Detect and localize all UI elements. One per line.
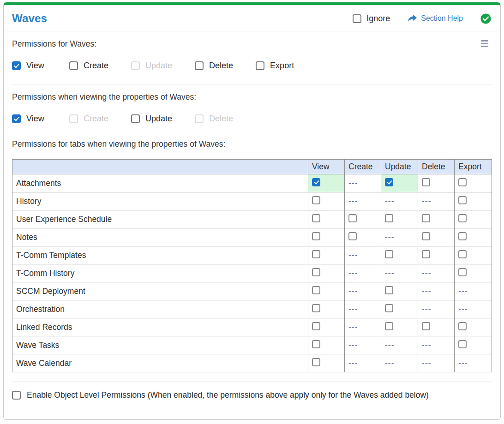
delete-checkbox[interactable] bbox=[422, 322, 430, 330]
cell-export bbox=[455, 192, 492, 210]
not-applicable-marker: --- bbox=[348, 269, 358, 278]
view-checkbox[interactable] bbox=[12, 61, 21, 70]
cell-delete bbox=[418, 210, 455, 228]
tab-name: T-Comm History bbox=[12, 264, 308, 282]
update-checkbox[interactable] bbox=[385, 322, 393, 330]
cell-update: --- bbox=[381, 192, 418, 210]
export-checkbox[interactable] bbox=[458, 340, 467, 348]
view-checkbox[interactable] bbox=[312, 250, 320, 258]
export-checkbox[interactable] bbox=[458, 214, 467, 222]
cell-create: --- bbox=[345, 318, 381, 336]
view-checkbox[interactable] bbox=[312, 286, 320, 294]
view-checkbox[interactable] bbox=[312, 340, 320, 348]
update-checkbox[interactable] bbox=[385, 286, 393, 294]
column-header-view: View bbox=[308, 160, 345, 174]
not-applicable-marker: --- bbox=[458, 305, 468, 314]
update-checkbox[interactable] bbox=[385, 214, 393, 222]
column-header-create: Create bbox=[345, 160, 381, 174]
export-checkbox[interactable] bbox=[256, 61, 264, 70]
table-row: User Experience Schedule bbox=[12, 210, 492, 228]
export-checkbox[interactable] bbox=[458, 250, 467, 258]
cell-view bbox=[308, 174, 345, 192]
enable-object-level-permissions-label: Enable Object Level Permissions (When en… bbox=[27, 390, 429, 400]
permission-export[interactable]: Export bbox=[256, 61, 294, 71]
cell-update: --- bbox=[381, 228, 418, 246]
table-row: T-Comm Templates--- bbox=[12, 246, 492, 264]
cell-delete bbox=[418, 246, 455, 264]
cell-create: --- bbox=[345, 174, 381, 192]
create-checkbox[interactable] bbox=[348, 232, 357, 240]
create-checkbox[interactable] bbox=[348, 214, 357, 222]
cell-update: --- bbox=[381, 354, 418, 372]
section-label-tabs: Permissions for tabs when viewing the pr… bbox=[12, 139, 225, 149]
cell-create: --- bbox=[345, 282, 381, 300]
delete-checkbox[interactable] bbox=[422, 232, 430, 240]
table-header-blank bbox=[12, 160, 308, 174]
table-row: Notes--- bbox=[12, 228, 492, 246]
update-checkbox[interactable] bbox=[385, 304, 393, 312]
checkbox-label: Delete bbox=[209, 114, 233, 124]
delete-checkbox[interactable] bbox=[195, 61, 204, 70]
checkbox-label: Export bbox=[270, 61, 294, 71]
export-checkbox[interactable] bbox=[458, 268, 467, 276]
divider bbox=[12, 84, 492, 84]
checkbox-label: View bbox=[26, 61, 47, 71]
ignore-checkbox[interactable] bbox=[353, 14, 361, 23]
cell-delete: --- bbox=[418, 336, 455, 354]
not-applicable-marker: --- bbox=[458, 287, 468, 296]
view-checkbox[interactable] bbox=[312, 196, 320, 204]
cell-update bbox=[381, 174, 418, 192]
update-checkbox[interactable] bbox=[385, 250, 393, 258]
permission-view[interactable]: View bbox=[12, 61, 47, 71]
view-checkbox[interactable] bbox=[312, 322, 320, 330]
view-checkbox[interactable] bbox=[312, 268, 320, 276]
cell-view bbox=[308, 228, 345, 246]
page-title: Waves bbox=[12, 12, 47, 25]
delete-checkbox[interactable] bbox=[422, 250, 430, 258]
permission-create: Create bbox=[69, 114, 108, 124]
permission-view[interactable]: View bbox=[12, 114, 47, 124]
cell-create: --- bbox=[345, 246, 381, 264]
properties-permission-checkbox-row: ViewCreateUpdateDelete bbox=[12, 114, 492, 124]
cell-delete: --- bbox=[418, 264, 455, 282]
cell-delete: --- bbox=[418, 192, 455, 210]
cell-update bbox=[381, 246, 418, 264]
object-level-permissions-control[interactable]: Enable Object Level Permissions (When en… bbox=[12, 390, 492, 400]
cell-export bbox=[455, 246, 492, 264]
delete-checkbox[interactable] bbox=[422, 178, 430, 186]
view-checkbox[interactable] bbox=[312, 214, 320, 222]
permission-create[interactable]: Create bbox=[69, 61, 108, 71]
update-checkbox bbox=[131, 61, 140, 70]
view-checkbox[interactable] bbox=[312, 232, 320, 240]
enable-object-level-permissions-checkbox[interactable] bbox=[12, 391, 21, 400]
cell-view bbox=[308, 354, 345, 372]
export-checkbox[interactable] bbox=[458, 232, 467, 240]
update-checkbox[interactable] bbox=[385, 178, 393, 186]
not-applicable-marker: --- bbox=[422, 305, 431, 314]
cell-delete: --- bbox=[418, 354, 455, 372]
export-checkbox[interactable] bbox=[458, 196, 467, 204]
section-help-label: Section Help bbox=[421, 14, 463, 23]
create-checkbox[interactable] bbox=[69, 61, 78, 70]
not-applicable-marker: --- bbox=[348, 197, 358, 206]
view-checkbox[interactable] bbox=[312, 358, 320, 366]
view-checkbox[interactable] bbox=[312, 304, 320, 312]
view-checkbox[interactable] bbox=[312, 178, 320, 186]
hamburger-menu-icon[interactable] bbox=[480, 39, 489, 48]
not-applicable-marker: --- bbox=[458, 358, 468, 368]
ignore-label: Ignore bbox=[366, 14, 390, 24]
export-checkbox[interactable] bbox=[458, 322, 467, 330]
view-checkbox[interactable] bbox=[12, 114, 21, 123]
permission-delete[interactable]: Delete bbox=[195, 61, 233, 71]
section-help-link[interactable]: Section Help bbox=[408, 14, 463, 23]
permission-update[interactable]: Update bbox=[131, 114, 172, 124]
not-applicable-marker: --- bbox=[385, 340, 394, 350]
delete-checkbox bbox=[195, 114, 204, 123]
cell-create: --- bbox=[345, 354, 381, 372]
cell-update bbox=[381, 282, 418, 300]
update-checkbox[interactable] bbox=[131, 114, 140, 123]
ignore-control[interactable]: Ignore bbox=[353, 14, 390, 24]
delete-checkbox[interactable] bbox=[422, 214, 430, 222]
cell-view bbox=[308, 282, 345, 300]
export-checkbox[interactable] bbox=[458, 178, 467, 186]
